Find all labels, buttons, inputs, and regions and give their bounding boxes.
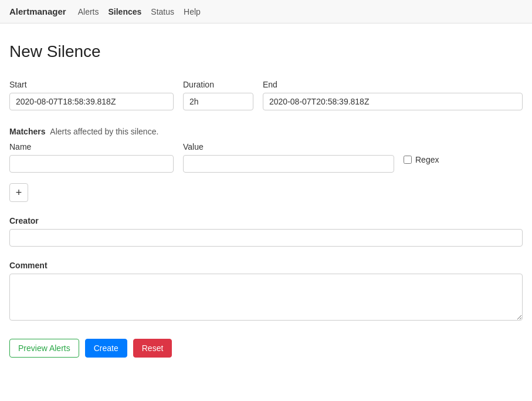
preview-alerts-button[interactable]: Preview Alerts: [9, 339, 79, 358]
start-input[interactable]: [9, 93, 174, 110]
end-field-group: End: [263, 80, 523, 110]
duration-label: Duration: [183, 80, 253, 89]
app-brand: Alertmanager: [9, 6, 66, 16]
start-field-group: Start: [9, 80, 174, 110]
duration-field-group: Duration: [183, 80, 253, 110]
nav-links: Alerts Silences Status Help: [78, 7, 201, 16]
matchers-header: Matchers Alerts affected by this silence…: [9, 127, 523, 136]
end-label: End: [263, 80, 523, 89]
matchers-label: Matchers: [9, 127, 45, 136]
action-buttons: Preview Alerts Create Reset: [9, 339, 523, 358]
matchers-desc: Alerts affected by this silence.: [50, 127, 158, 136]
comment-section: Comment: [9, 261, 523, 322]
creator-section: Creator: [9, 216, 523, 247]
reset-button[interactable]: Reset: [133, 339, 172, 358]
create-button[interactable]: Create: [85, 339, 127, 358]
navbar: Alertmanager Alerts Silences Status Help: [0, 0, 532, 23]
regex-checkbox[interactable]: [404, 156, 412, 164]
comment-label: Comment: [9, 261, 523, 270]
matcher-value-col: Value: [183, 142, 394, 173]
time-row: Start Duration End: [9, 80, 523, 110]
matchers-columns: Name Value Regex: [9, 142, 523, 173]
start-label: Start: [9, 80, 174, 89]
comment-textarea[interactable]: [9, 274, 523, 321]
nav-item-help[interactable]: Help: [184, 7, 201, 16]
duration-input[interactable]: [183, 93, 253, 110]
matcher-value-input[interactable]: [183, 155, 394, 173]
creator-label: Creator: [9, 216, 523, 225]
regex-label: Regex: [415, 155, 439, 164]
end-input[interactable]: [263, 93, 523, 110]
nav-item-status[interactable]: Status: [151, 7, 174, 16]
matchers-section: Matchers Alerts affected by this silence…: [9, 127, 523, 202]
page-title: New Silence: [9, 42, 523, 61]
add-matcher-button[interactable]: +: [9, 183, 28, 202]
matcher-name-col: Name: [9, 142, 174, 173]
creator-input[interactable]: [9, 229, 523, 247]
value-col-label: Value: [183, 142, 394, 151]
nav-item-silences[interactable]: Silences: [109, 7, 142, 16]
nav-link-silences[interactable]: Silences: [109, 7, 142, 16]
matcher-name-input[interactable]: [9, 155, 174, 173]
main-content: New Silence Start Duration End Matchers …: [0, 23, 532, 372]
nav-link-alerts[interactable]: Alerts: [78, 7, 99, 16]
nav-item-alerts[interactable]: Alerts: [78, 7, 99, 16]
nav-link-status[interactable]: Status: [151, 7, 174, 16]
name-col-label: Name: [9, 142, 174, 151]
nav-link-help[interactable]: Help: [184, 7, 201, 16]
matchers-header-text: Matchers Alerts affected by this silence…: [9, 127, 158, 136]
matcher-regex-col: Regex: [404, 142, 439, 164]
